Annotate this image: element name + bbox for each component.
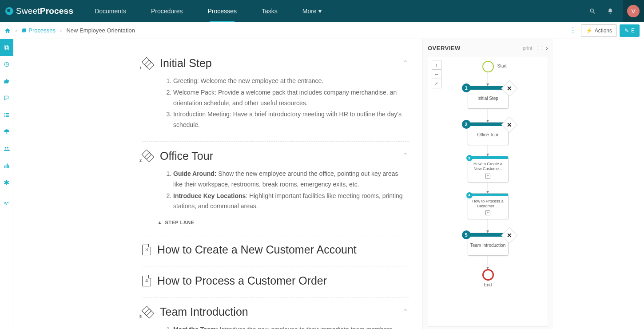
- node-number: 3: [466, 155, 473, 161]
- side-users-icon[interactable]: [0, 140, 13, 157]
- side-umbrella-icon[interactable]: [0, 123, 13, 140]
- side-chat-icon[interactable]: [0, 90, 13, 107]
- flow-arrow: [488, 256, 488, 269]
- expand-icon[interactable]: +: [485, 174, 490, 178]
- step-item: Welcome Pack: Provide a welcome pack tha…: [173, 87, 409, 109]
- svg-line-1: [593, 12, 595, 14]
- start-label: Start: [497, 63, 507, 68]
- side-clock-icon[interactable]: [0, 56, 13, 73]
- node-number: 2: [462, 120, 471, 129]
- content: Collapse All 1 Initial Step ⌃ Greeting: …: [13, 39, 422, 329]
- step-item: Meet the Team: Introduce the new employe…: [173, 325, 409, 329]
- flow-node[interactable]: 4 How to Process a Customer ... +: [468, 193, 509, 220]
- step-title[interactable]: How to Process a Customer Order: [157, 274, 409, 287]
- breadcrumb-bar: › Processes › New Employee Orientation ⋮…: [0, 22, 644, 39]
- chevron-down-icon: ▾: [318, 8, 322, 15]
- chevron-up-icon[interactable]: ⌃: [402, 59, 409, 68]
- fullscreen-icon[interactable]: ⛶: [537, 45, 541, 51]
- bolt-icon: ⚡: [586, 28, 592, 34]
- chevron-right-icon[interactable]: ›: [546, 44, 548, 52]
- side-signature-icon[interactable]: [0, 193, 13, 210]
- actions-button[interactable]: ⚡ Actions: [581, 24, 617, 37]
- step-title[interactable]: Office Tour: [160, 150, 396, 163]
- svg-rect-12: [5, 116, 9, 117]
- step-lane: ▲ STEP LANE: [157, 220, 409, 225]
- search-icon[interactable]: [584, 8, 601, 14]
- zoom-out-button[interactable]: −: [432, 69, 441, 79]
- step-title[interactable]: How to Create a New Customer Account: [157, 243, 409, 256]
- flow-node[interactable]: 2 ✕ Office Tour: [468, 122, 509, 145]
- step-title[interactable]: Initial Step: [160, 57, 396, 70]
- chevron-up-icon[interactable]: ⌃: [402, 307, 409, 317]
- zoom-in-button[interactable]: +: [432, 60, 441, 70]
- nav-processes[interactable]: Processes: [195, 0, 249, 22]
- print-link[interactable]: print: [523, 45, 532, 51]
- step-items: Guide Around: Show the new employee arou…: [165, 169, 409, 212]
- svg-rect-4: [4, 45, 7, 49]
- chevron-up-icon[interactable]: ⌃: [402, 151, 409, 161]
- step-item: Introduce Key Locations: Highlight impor…: [173, 191, 409, 212]
- node-label: How to Create a New Custome... +: [468, 159, 508, 182]
- svg-point-13: [4, 147, 6, 149]
- edit-button[interactable]: ✎ E: [620, 24, 640, 37]
- step-title[interactable]: Team Introduction: [160, 305, 396, 318]
- main: Collapse All 1 Initial Step ⌃ Greeting: …: [13, 39, 644, 329]
- logo-text-1: Sweet: [16, 6, 40, 16]
- svg-rect-10: [5, 115, 9, 115]
- breadcrumb-current: New Employee Orientation: [66, 27, 135, 34]
- breadcrumb-section[interactable]: Processes: [21, 27, 56, 34]
- node-label: Office Tour: [468, 126, 508, 145]
- nav-procedures[interactable]: Procedures: [139, 0, 195, 22]
- decision-icon: 5: [142, 306, 154, 318]
- more-icon[interactable]: ⋮: [568, 25, 578, 36]
- node-label: How to Process a Customer ... +: [468, 196, 508, 219]
- home-icon[interactable]: [4, 28, 11, 34]
- node-number: 5: [462, 230, 471, 239]
- side-thumb-icon[interactable]: [0, 73, 13, 90]
- nav-right: V: [584, 0, 644, 22]
- nav-more[interactable]: More ▾: [290, 0, 334, 22]
- logo-text-2: Process: [40, 6, 73, 16]
- end-node[interactable]: [482, 269, 494, 281]
- decision-icon: 1: [142, 58, 154, 69]
- flow-node[interactable]: 3 How to Create a New Custome... +: [468, 156, 509, 182]
- svg-rect-16: [5, 165, 6, 168]
- process-step: 1 Initial Step ⌃ Greeting: Welcome the n…: [142, 49, 409, 142]
- top-nav: SweetProcess Documents Procedures Proces…: [0, 0, 644, 22]
- side-gear-icon[interactable]: ✱: [0, 174, 13, 191]
- node-number: 1: [462, 83, 471, 92]
- side-list-icon[interactable]: [0, 107, 13, 123]
- nav-items: Documents Procedures Processes Tasks Mor…: [82, 0, 334, 22]
- logo[interactable]: SweetProcess: [0, 6, 82, 16]
- crumb-sep: ›: [15, 27, 17, 34]
- expand-icon[interactable]: +: [485, 210, 490, 215]
- bell-icon[interactable]: [601, 8, 619, 14]
- flow-node[interactable]: 1 ✕ Initial Step: [468, 86, 509, 109]
- flow-start[interactable]: Start: [482, 61, 494, 72]
- step-items: Greeting: Welcome the new employee at th…: [165, 76, 409, 131]
- flow-node[interactable]: 5 ✕ Team Introduction: [468, 233, 509, 256]
- svg-rect-3: [23, 28, 26, 32]
- zoom-fit-button[interactable]: ⤢: [432, 79, 441, 88]
- user-avatar[interactable]: V: [623, 0, 644, 22]
- overview-canvas: + − ⤢ Start 1 ✕ Initial Step 2 ✕ Office …: [428, 56, 548, 327]
- flow-arrow: [488, 109, 488, 122]
- flow-arrow: [488, 219, 488, 233]
- step-item: Introduction Meeting: Have a brief intro…: [173, 109, 409, 131]
- flow-arrow: [488, 182, 488, 193]
- side-copy-icon[interactable]: [0, 39, 13, 56]
- flow-arrow: [488, 72, 488, 86]
- side-chart-icon[interactable]: [0, 157, 13, 174]
- svg-rect-17: [7, 163, 8, 168]
- overview-panel: OVERVIEW print ⛶ › + − ⤢ Start 1 ✕: [422, 39, 553, 329]
- svg-rect-15: [4, 166, 5, 168]
- document-icon: 4: [142, 276, 151, 286]
- nav-documents[interactable]: Documents: [82, 0, 139, 22]
- flow-arrow: [488, 145, 488, 156]
- nav-tasks[interactable]: Tasks: [249, 0, 290, 22]
- document-icon: 3: [142, 245, 151, 255]
- logo-icon: [5, 7, 13, 15]
- svg-rect-9: [4, 115, 5, 115]
- process-step: 2 Office Tour ⌃ Guide Around: Show the n…: [142, 142, 409, 235]
- process-step: 4 How to Process a Customer Order: [142, 266, 409, 297]
